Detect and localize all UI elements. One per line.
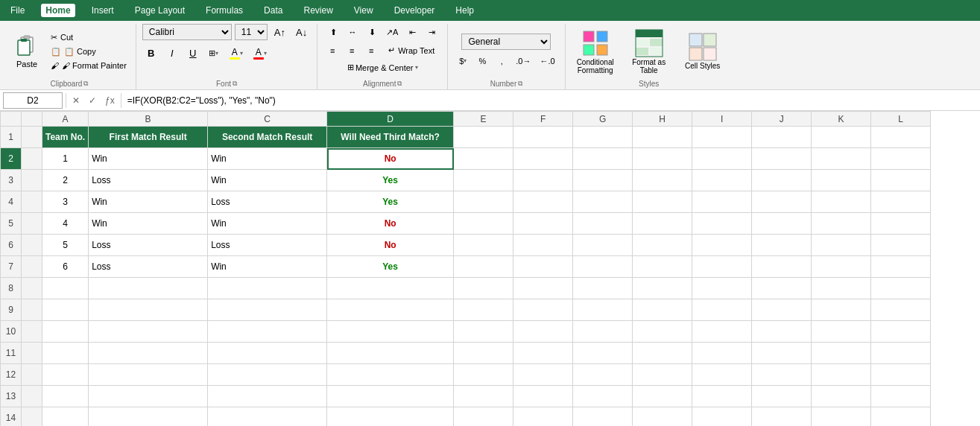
cell-styles-button[interactable]: Cell Styles <box>679 29 727 73</box>
cell-I7[interactable] <box>692 256 752 278</box>
cell-L2[interactable] <box>871 148 931 170</box>
cell-G3[interactable] <box>573 170 633 191</box>
italic-button[interactable]: I <box>163 45 181 61</box>
fill-color-button[interactable]: A ▾ <box>226 45 247 61</box>
formula-input[interactable] <box>124 95 977 106</box>
cell-J10[interactable] <box>752 321 812 343</box>
cell-J4[interactable] <box>752 191 812 213</box>
cell-C8[interactable] <box>208 278 327 299</box>
cell-H3[interactable] <box>633 170 692 191</box>
cell-C12[interactable] <box>208 364 327 386</box>
cell-K10[interactable] <box>812 321 871 343</box>
cell-G2[interactable] <box>573 148 633 170</box>
cell-E11[interactable] <box>454 343 513 364</box>
cell-J5[interactable] <box>752 213 812 235</box>
align-left-button[interactable]: ≡ <box>323 42 341 59</box>
cell-B7[interactable]: Loss <box>89 256 208 278</box>
cell-J11[interactable] <box>752 343 812 364</box>
cell-K6[interactable] <box>812 235 871 256</box>
font-size-select[interactable]: 11 <box>235 24 268 40</box>
cell-F10[interactable] <box>513 321 573 343</box>
col-header-H[interactable]: H <box>633 112 692 127</box>
cell-F11[interactable] <box>513 343 573 364</box>
cell-L5[interactable] <box>871 213 931 235</box>
cell-H2[interactable] <box>633 148 692 170</box>
cell-J12[interactable] <box>752 364 812 386</box>
cell-E4[interactable] <box>454 191 513 213</box>
cell-G11[interactable] <box>573 343 633 364</box>
cell-L1[interactable] <box>871 127 931 148</box>
cell-E2[interactable] <box>454 148 513 170</box>
decrease-font-button[interactable]: A↓ <box>292 24 311 40</box>
cell-K2[interactable] <box>812 148 871 170</box>
cell-E6[interactable] <box>454 235 513 256</box>
currency-button[interactable]: $▾ <box>454 53 472 69</box>
bold-button[interactable]: B <box>142 45 160 61</box>
cell-H12[interactable] <box>633 364 692 386</box>
row-header-7[interactable]: 7 <box>1 256 22 278</box>
cell-E12[interactable] <box>454 364 513 386</box>
cell-I9[interactable] <box>692 299 752 321</box>
cell-D9[interactable] <box>327 299 454 321</box>
cell-J2[interactable] <box>752 148 812 170</box>
cell-C11[interactable] <box>208 343 327 364</box>
cell-B3[interactable]: Loss <box>89 170 208 191</box>
cell-A6[interactable]: 5 <box>42 235 89 256</box>
menu-review[interactable]: Review <box>299 4 337 17</box>
cell-A8[interactable] <box>42 278 89 299</box>
cell-G14[interactable] <box>573 407 633 427</box>
number-format-select[interactable]: General <box>461 34 551 50</box>
cell-F8[interactable] <box>513 278 573 299</box>
cell-A13[interactable] <box>42 386 89 407</box>
cell-H14[interactable] <box>633 407 692 427</box>
menu-home[interactable]: Home <box>41 4 75 17</box>
cell-E3[interactable] <box>454 170 513 191</box>
font-expand-icon[interactable]: ⧉ <box>233 80 237 88</box>
cell-L7[interactable] <box>871 256 931 278</box>
cell-J6[interactable] <box>752 235 812 256</box>
cell-D13[interactable] <box>327 386 454 407</box>
cell-G9[interactable] <box>573 299 633 321</box>
cell-K14[interactable] <box>812 407 871 427</box>
cell-C6[interactable]: Loss <box>208 235 327 256</box>
cell-B5[interactable]: Win <box>89 213 208 235</box>
cell-B4[interactable]: Win <box>89 191 208 213</box>
cell-D5[interactable]: No <box>327 213 454 235</box>
cell-G7[interactable] <box>573 256 633 278</box>
cell-K5[interactable] <box>812 213 871 235</box>
merge-center-button[interactable]: ⊞ Merge & Center ▾ <box>342 60 423 74</box>
cell-L6[interactable] <box>871 235 931 256</box>
cell-B13[interactable] <box>89 386 208 407</box>
cell-B11[interactable] <box>89 343 208 364</box>
col-header-L[interactable]: L <box>871 112 931 127</box>
menu-data[interactable]: Data <box>259 4 287 17</box>
cell-L14[interactable] <box>871 407 931 427</box>
insert-function-button[interactable]: ƒx <box>102 94 118 107</box>
orientation-button[interactable]: ↗A <box>382 24 402 40</box>
cell-G6[interactable] <box>573 235 633 256</box>
fill-color-arrow[interactable]: ▾ <box>240 50 243 57</box>
cell-C3[interactable]: Win <box>208 170 327 191</box>
cell-H8[interactable] <box>633 278 692 299</box>
row-header-10[interactable]: 10 <box>1 321 22 343</box>
col-header-I[interactable]: I <box>692 112 752 127</box>
cell-I13[interactable] <box>692 386 752 407</box>
cell-L13[interactable] <box>871 386 931 407</box>
format-painter-button[interactable]: 🖌 🖌 Format Painter <box>48 60 130 71</box>
cell-C13[interactable] <box>208 386 327 407</box>
cell-A11[interactable] <box>42 343 89 364</box>
cell-A10[interactable] <box>42 321 89 343</box>
number-expand-icon[interactable]: ⧉ <box>518 80 522 88</box>
cell-F7[interactable] <box>513 256 573 278</box>
cut-button[interactable]: ✂ Cut <box>48 31 130 44</box>
cell-L4[interactable] <box>871 191 931 213</box>
cell-J1[interactable] <box>752 127 812 148</box>
cell-C10[interactable] <box>208 321 327 343</box>
conditional-formatting-button[interactable]: Conditional Formatting <box>572 25 619 77</box>
cell-L3[interactable] <box>871 170 931 191</box>
cell-G10[interactable] <box>573 321 633 343</box>
row-header-13[interactable]: 13 <box>1 386 22 407</box>
cell-L11[interactable] <box>871 343 931 364</box>
merge-arrow[interactable]: ▾ <box>415 64 418 71</box>
row-header-1[interactable]: 1 <box>1 127 22 148</box>
